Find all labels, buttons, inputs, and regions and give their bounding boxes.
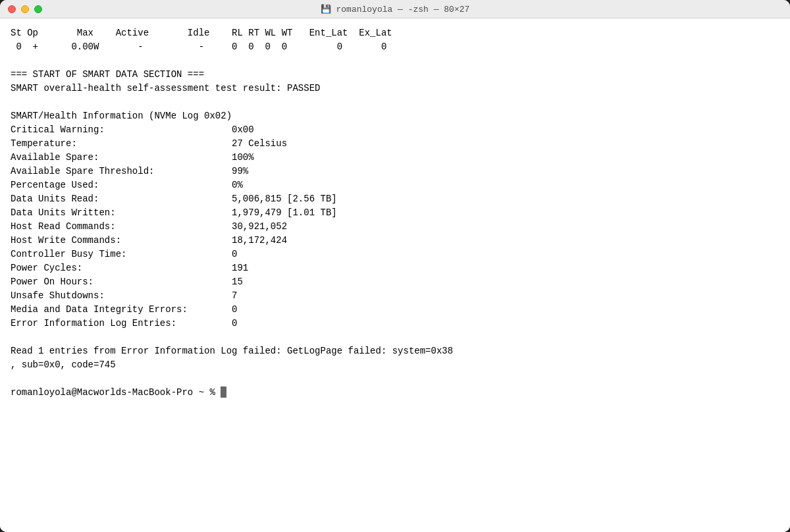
titlebar: 💾 romanloyola — -zsh — 80×27 (0, 0, 790, 18)
terminal-cursor (221, 386, 226, 398)
traffic-lights (8, 5, 42, 13)
minimize-button[interactable] (21, 5, 29, 13)
terminal-window: 💾 romanloyola — -zsh — 80×27 St Op Max A… (0, 0, 790, 532)
terminal-content[interactable]: St Op Max Active Idle RL RT WL WT Ent_La… (0, 18, 790, 532)
maximize-button[interactable] (34, 5, 42, 13)
window-title: 💾 romanloyola — -zsh — 80×27 (321, 4, 470, 14)
close-button[interactable] (8, 5, 16, 13)
